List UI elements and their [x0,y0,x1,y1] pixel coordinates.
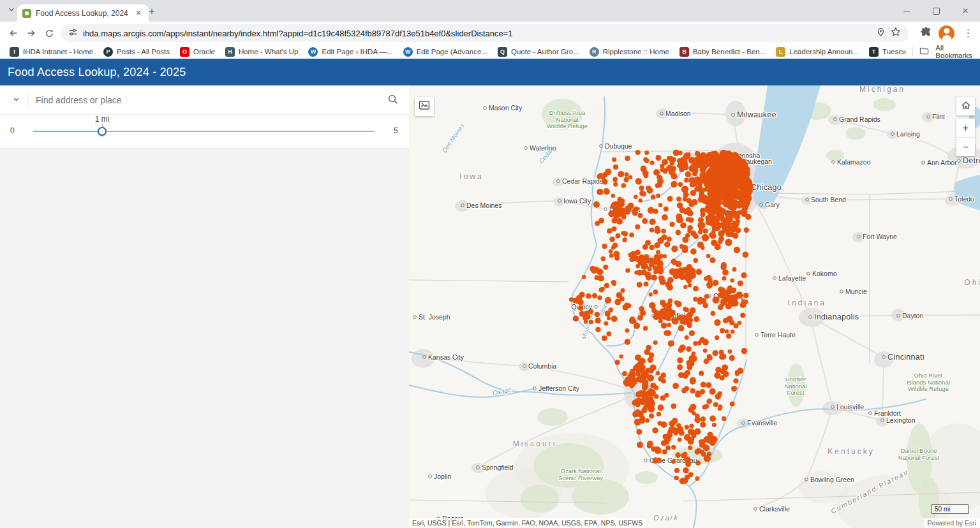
tab-search-button[interactable] [4,4,19,18]
bookmarks-overflow-icon[interactable]: » [902,47,907,57]
map-city-label: Madison [665,110,691,117]
map-park-label: Daniel BooneNational Forest [898,447,940,461]
search-row [0,85,409,115]
bookmark-item[interactable]: PPosts - All Posts [99,46,174,58]
folder-icon [919,46,929,58]
ihda-favicon: I [10,47,19,57]
profile-avatar[interactable] [939,26,954,41]
window-close-button[interactable]: ✕ [951,0,980,22]
bookmark-item[interactable]: LLeadership Announ... [771,46,863,58]
map-state-label: Indiana [788,298,826,307]
bookmark-item[interactable]: WEdit Page (Advance... [399,46,492,58]
caret-down-icon [12,94,20,106]
bookmark-item[interactable]: IIHDA Intranet - Home [5,46,98,58]
city-dot [755,334,759,337]
search-input[interactable] [34,89,375,112]
map-city-label: Grand Rapids [839,115,880,123]
map-city-label: Cincinnati [887,353,924,362]
map-state-label: Iowa [459,172,483,181]
map-city-label: Columbia [528,362,557,370]
city-dot [897,314,900,318]
map-state-label: Michigan [859,85,905,94]
bookmark-item[interactable]: TTuesdayTimes/SRSS... [865,46,902,58]
map-city-label: Jefferson City [538,385,580,392]
map-city-label: Bowling Green [810,476,854,483]
map-city-label: Kansas City [428,353,464,361]
city-dot [882,356,886,359]
bookmark-item[interactable]: RRipplestone :: Home [585,46,674,58]
bookmark-label: Baby Benedict - Ben... [693,48,766,55]
home-extent-button[interactable] [956,97,975,115]
back-button[interactable] [5,25,22,41]
bookmark-item[interactable]: WEdit Page ‹ IHDA —... [304,46,397,58]
city-dot [600,145,603,148]
bookmark-label: Oracle [193,48,215,55]
reload-button[interactable] [41,25,57,41]
city-dot [732,114,735,117]
bookmark-item[interactable]: OOracle [175,46,219,58]
map-city-label: Muncie [845,288,867,295]
city-dot [805,478,808,481]
bookmarks-list: IIHDA Intranet - HomePPosts - All PostsO… [5,46,902,58]
window-controls: ✕ [892,0,980,22]
city-dot [858,235,861,238]
city-dot [477,466,480,469]
city-dot [461,204,464,207]
city-dot [558,200,561,203]
forward-button[interactable] [23,25,40,41]
oracle-favicon: O [180,47,189,57]
search-submit-button[interactable] [385,92,400,108]
city-dot [595,305,598,309]
map-city-label: Detroit [963,156,980,165]
window-minimize-button[interactable] [892,0,921,22]
home-icon [960,99,972,114]
city-dot [754,508,757,511]
bookmark-item[interactable]: HHome - What's Up [221,46,303,58]
city-dot [773,277,776,280]
food-access-markers[interactable] [569,150,754,485]
map-city-label: Clarksville [759,505,790,513]
city-dot [840,290,843,293]
bookmark-item[interactable]: BBaby Benedict - Ben... [675,46,770,58]
omnibox[interactable]: ihda.maps.arcgis.com/apps/instant/nearby… [61,24,909,42]
tab-close-icon[interactable]: ✕ [133,8,144,18]
all-bookmarks-button[interactable]: All Bookmarks [935,44,972,59]
panel-top: 0 1 mi 5 [0,85,409,149]
map-state-label: Kentucky [828,447,874,456]
address-bar: ihda.maps.arcgis.com/apps/instant/nearby… [0,22,980,45]
map[interactable]: Des MoinesCedarIllinoisMississippiOsageD… [409,85,980,528]
zoom-out-button[interactable]: − [956,138,975,156]
bookmark-item[interactable]: QQuote - Author Gro... [493,46,584,58]
city-dot [891,133,895,136]
window-maximize-button[interactable] [921,0,951,22]
zoom-in-button[interactable]: + [956,119,975,137]
map-city-label: Flint [932,113,945,121]
minimize-icon [903,11,910,11]
reload-icon [44,28,55,39]
forward-icon [26,27,37,39]
map-city-label: Milwaukee [737,110,776,119]
app-content: 0 1 mi 5 [0,85,980,528]
extensions-puzzle-icon[interactable] [921,27,932,40]
browser-tab[interactable]: Food Access Lookup, 2024 - 20 ✕ [17,4,149,22]
tab-strip: Food Access Lookup, 2024 - 20 ✕ + ✕ [0,0,980,22]
location-icon[interactable] [876,27,886,40]
map-city-label: Lexington [886,416,916,424]
map-city-label: Waterloo [530,144,556,152]
tab-title: Food Access Lookup, 2024 - 20 [36,9,129,18]
slider-handle[interactable] [98,127,107,136]
new-tab-button[interactable]: + [144,4,160,19]
zoom-control: + − [956,119,975,156]
bookmark-star-icon[interactable] [891,27,901,40]
toolbar-right: ⋮ [921,24,975,42]
map-city-label: Kalamazoo [837,158,871,166]
tuesdaytimes-favicon: T [869,47,879,57]
site-settings-icon[interactable] [68,27,78,40]
map-city-label: Dubuque [605,142,632,150]
browser-menu-kebab-icon[interactable]: ⋮ [961,27,975,39]
leadership-favicon: L [776,47,785,57]
basemap-button[interactable] [415,97,434,116]
city-dot [881,419,884,422]
city-dot [660,112,664,115]
search-source-dropdown[interactable] [8,94,24,106]
